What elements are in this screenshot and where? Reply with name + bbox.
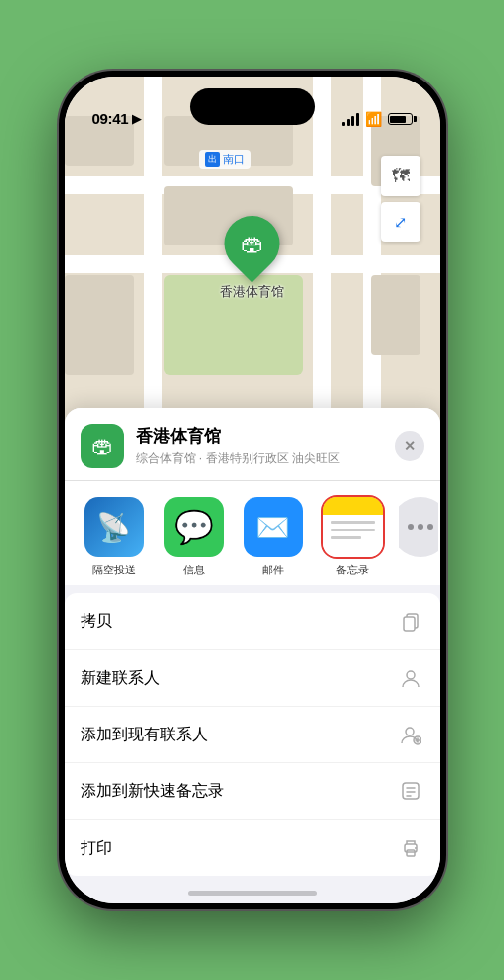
signal-bars: [342, 113, 359, 126]
phone-frame: 09:41 ▶ 📶: [59, 71, 446, 909]
action-print[interactable]: 打印: [65, 820, 440, 876]
map-controls: 🗺 ⤢: [381, 156, 420, 247]
action-quick-note[interactable]: 添加到新快速备忘录: [65, 763, 440, 820]
svg-point-2: [407, 671, 415, 679]
share-item-mail[interactable]: ✉️ 邮件: [240, 497, 307, 577]
venue-icon: 🏟: [81, 424, 124, 468]
map-label: 出 南口: [199, 150, 251, 169]
airdrop-label: 隔空投送: [92, 563, 136, 577]
notes-label: 备忘录: [336, 563, 369, 577]
messages-label: 信息: [183, 563, 205, 577]
airdrop-icon: 📡: [84, 497, 144, 557]
mail-icon: ✉️: [244, 497, 303, 557]
home-indicator: [188, 891, 317, 896]
phone-screen: 09:41 ▶ 📶: [65, 77, 440, 903]
map-type-button[interactable]: 🗺: [381, 156, 420, 196]
stadium-marker: 🏟 香港体育馆: [220, 216, 284, 301]
action-copy[interactable]: 拷贝: [65, 593, 440, 650]
mail-label: 邮件: [262, 563, 284, 577]
status-time: 09:41: [92, 110, 129, 127]
messages-icon: 💬: [164, 497, 224, 557]
svg-rect-1: [404, 617, 415, 631]
share-item-notes[interactable]: 备忘录: [319, 497, 387, 577]
action-new-contact[interactable]: 新建联系人: [65, 650, 440, 707]
person-add-icon: [397, 721, 424, 748]
dynamic-island: [190, 88, 315, 125]
battery-icon: [388, 113, 413, 125]
close-button[interactable]: ✕: [395, 431, 424, 461]
svg-point-3: [406, 728, 414, 735]
svg-point-13: [415, 847, 417, 849]
quick-note-icon: [397, 777, 424, 805]
venue-info: 香港体育馆 综合体育馆 · 香港特别行政区 油尖旺区: [136, 425, 395, 467]
status-icons: 📶: [342, 111, 413, 127]
person-icon: [397, 664, 424, 692]
copy-icon: [397, 607, 424, 635]
action-add-existing[interactable]: 添加到现有联系人: [65, 707, 440, 763]
bottom-sheet: 🏟 香港体育馆 综合体育馆 · 香港特别行政区 油尖旺区 ✕ 📡 隔空投送: [65, 408, 440, 903]
location-button[interactable]: ⤢: [381, 202, 420, 242]
stadium-label: 香港体育馆: [220, 283, 284, 301]
venue-name: 香港体育馆: [136, 425, 395, 448]
notes-icon: [323, 497, 383, 557]
action-list: 拷贝 新建联系人: [65, 593, 440, 876]
wifi-icon: 📶: [365, 111, 382, 127]
print-icon: [397, 834, 424, 862]
svg-rect-12: [407, 850, 415, 856]
venue-subtitle: 综合体育馆 · 香港特别行政区 油尖旺区: [136, 450, 395, 467]
venue-header: 🏟 香港体育馆 综合体育馆 · 香港特别行政区 油尖旺区 ✕: [65, 408, 440, 481]
location-icon: ▶: [132, 111, 142, 126]
share-item-airdrop[interactable]: 📡 隔空投送: [81, 497, 148, 577]
more-button[interactable]: [399, 497, 438, 557]
share-row: 📡 隔空投送 💬 信息 ✉️ 邮件: [65, 481, 440, 585]
share-item-messages[interactable]: 💬 信息: [160, 497, 228, 577]
share-item-more[interactable]: [399, 497, 438, 577]
